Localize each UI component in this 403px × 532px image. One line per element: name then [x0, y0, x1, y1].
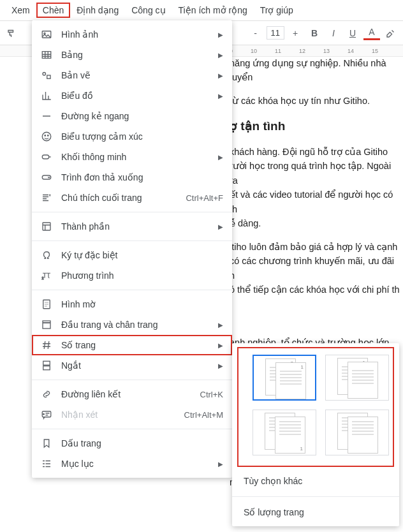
pagenumber-footer-start1[interactable]: 2 1 — [253, 410, 316, 455]
pagenumber-header-start2[interactable]: 1 — [325, 355, 389, 401]
svg-rect-13 — [43, 321, 50, 329]
image-icon — [41, 29, 52, 40]
svg-rect-8 — [42, 155, 49, 159]
menu-item-label: Ký tự đặc biệt — [61, 250, 223, 260]
menu-item-header[interactable]: Đầu trang và chân trang▶ — [32, 314, 232, 335]
submenu-arrow-icon: ▶ — [218, 31, 223, 38]
menu-item-label: Phương trình — [61, 270, 223, 281]
menu-item-bookmark[interactable]: Dấu trang — [32, 433, 232, 454]
emoji-icon — [41, 131, 52, 142]
menu-item-label: Ngắt — [61, 360, 209, 371]
menu-item-dropdown[interactable]: Trình đơn thả xuống — [32, 167, 232, 188]
menu-item-draw[interactable]: Bản vẽ▶ — [32, 65, 232, 85]
svg-text:2: 2 — [42, 276, 44, 280]
menu-item-watermark[interactable]: Hình mờ — [32, 294, 232, 314]
menu-item-toc[interactable]: Mục lục▶ — [32, 454, 232, 474]
menu-congcu[interactable]: Công cụ — [125, 3, 172, 18]
submenu-arrow-icon: ▶ — [218, 321, 223, 329]
menu-item-label: Đầu trang và chân trang — [61, 320, 209, 330]
menu-item-label: Bản vẽ — [61, 70, 209, 80]
highlight-button[interactable] — [383, 25, 399, 41]
menu-item-label: Dấu trang — [61, 438, 223, 448]
link-icon — [41, 388, 52, 400]
shortcut: Ctrl+Alt+F — [186, 193, 223, 203]
menu-chen[interactable]: Chèn — [36, 3, 70, 18]
menu-item-link[interactable]: Đường liên kếtCtrl+K — [32, 384, 232, 404]
component-icon — [41, 221, 52, 232]
svg-point-7 — [48, 135, 49, 137]
pagenumber-header-start1[interactable]: 2 1 — [253, 355, 316, 401]
paint-format-icon[interactable] — [4, 25, 20, 41]
svg-rect-10 — [43, 223, 50, 230]
svg-point-5 — [42, 132, 51, 141]
submenu-arrow-icon: ▶ — [218, 362, 223, 369]
watermark-icon — [41, 299, 52, 310]
menu-item-table[interactable]: Bảng▶ — [32, 45, 232, 65]
menu-item-label: Khối thông minh — [61, 152, 209, 162]
shortcut: Ctrl+Alt+M — [184, 410, 223, 420]
menu-item-label: Thành phần — [61, 221, 209, 232]
menu-item-omega[interactable]: Ký tự đặc biệt — [32, 245, 232, 265]
menu-item-image[interactable]: Hình ảnh▶ — [32, 24, 232, 45]
toc-icon — [41, 458, 52, 469]
menu-xem[interactable]: Xem — [5, 3, 36, 18]
submenu-arrow-icon: ▶ — [218, 52, 223, 59]
menu-item-label: Nhận xét — [61, 410, 175, 420]
menu-item-label: Hình mờ — [61, 299, 223, 309]
doc-text: itiho luôn đảm bảo giá cả hợp lý và cạnh… — [230, 240, 400, 297]
hash-icon — [41, 339, 52, 351]
menu-item-component[interactable]: Thành phần▶ — [32, 216, 232, 237]
text-color-button[interactable]: A — [363, 26, 380, 40]
pagenumber-footer-start2[interactable]: 1 — [325, 410, 389, 455]
menu-item-emoji[interactable]: Biểu tượng cảm xúc — [32, 126, 232, 147]
italic-button[interactable]: I — [325, 25, 342, 41]
menu-item-chart[interactable]: Biểu đồ▶ — [32, 85, 232, 106]
more-options[interactable]: Tùy chọn khác — [232, 469, 399, 492]
menu-item-pi[interactable]: 2Phương trình — [32, 265, 232, 286]
submenu-arrow-icon: ▶ — [218, 342, 223, 349]
menu-item-footnote[interactable]: Chú thích cuối trangCtrl+Alt+F — [32, 188, 232, 208]
header-icon — [41, 319, 52, 330]
menu-trogiup[interactable]: Trợ giúp — [254, 3, 300, 18]
menu-item-label: Hình ảnh — [61, 29, 209, 40]
doc-text: năng ứng dụng sự nghiệp. Nhiều nhà tuyển — [230, 56, 400, 85]
menubar: Xem Chèn Định dạng Công cụ Tiện ích mở r… — [0, 0, 403, 21]
svg-rect-14 — [43, 361, 50, 365]
menu-item-label: Bảng — [61, 50, 209, 60]
pi-icon: 2 — [41, 270, 52, 281]
submenu-arrow-icon: ▶ — [218, 461, 223, 468]
font-size-plus[interactable]: + — [287, 25, 304, 41]
menu-item-label: Đường kẻ ngang — [61, 111, 223, 121]
underline-button[interactable]: U — [344, 25, 361, 41]
svg-rect-15 — [43, 366, 50, 370]
menu-item-break[interactable]: Ngắt▶ — [32, 355, 232, 376]
menu-item-label: Biểu đồ — [61, 91, 209, 101]
submenu-arrow-icon: ▶ — [218, 72, 223, 79]
menu-item-hr[interactable]: Đường kẻ ngang — [32, 106, 232, 126]
menu-item-smart[interactable]: Khối thông minh▶ — [32, 147, 232, 167]
menu-item-hash[interactable]: Số trang▶ — [32, 335, 232, 355]
menu-tienich[interactable]: Tiện ích mở rộng — [172, 3, 254, 18]
chart-icon — [41, 90, 52, 101]
table-icon — [41, 49, 52, 61]
menu-dinhdang[interactable]: Định dạng — [70, 3, 125, 18]
bold-button[interactable]: B — [306, 25, 323, 41]
svg-rect-2 — [42, 52, 51, 59]
menu-item-label: Biểu tượng cảm xúc — [61, 131, 223, 142]
bookmark-icon — [41, 438, 52, 449]
svg-rect-4 — [47, 75, 50, 78]
menu-item-comment[interactable]: Nhận xétCtrl+Alt+M — [32, 404, 232, 425]
font-size-input[interactable]: 11 — [267, 26, 284, 40]
menu-item-label: Số trang — [61, 340, 209, 350]
shortcut: Ctrl+K — [200, 390, 223, 399]
draw-icon — [41, 70, 52, 81]
hr-icon — [41, 110, 52, 122]
menu-item-label: Trình đơn thả xuống — [61, 172, 223, 182]
menu-item-label: Chú thích cuối trang — [61, 193, 177, 203]
smart-icon — [41, 151, 52, 163]
page-number-options-grid: 2 1 1 2 1 1 — [241, 351, 390, 463]
omega-icon — [41, 249, 52, 261]
menu-item-label: Mục lục — [61, 459, 209, 469]
font-size-minus[interactable]: - — [247, 25, 264, 41]
page-count[interactable]: Số lượng trang — [232, 501, 399, 524]
